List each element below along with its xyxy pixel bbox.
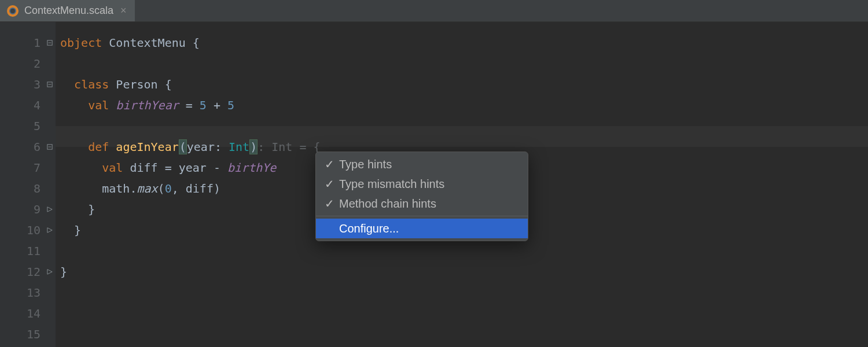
menu-separator [316, 216, 528, 216]
fold-minus-icon[interactable] [46, 143, 53, 150]
context-menu: ✓ Type hints ✓ Type mismatch hints ✓ Met… [315, 152, 528, 241]
fold-minus-icon[interactable] [46, 39, 53, 46]
fold-minus-icon[interactable] [46, 81, 53, 88]
line-number: 3 [0, 74, 56, 95]
code-line [60, 53, 868, 74]
file-tab[interactable]: ContextMenu.scala × [0, 0, 135, 21]
menu-label: Method chain hints [339, 197, 436, 211]
line-number: 2 [0, 53, 56, 74]
line-number: 12 [0, 261, 56, 282]
code-line: } [60, 261, 868, 282]
menu-item-type-hints[interactable]: ✓ Type hints [316, 154, 528, 174]
menu-label: Type mismatch hints [339, 178, 444, 191]
scala-file-icon [7, 5, 19, 17]
menu-item-type-mismatch-hints[interactable]: ✓ Type mismatch hints [316, 174, 528, 194]
fold-end-icon[interactable] [46, 268, 53, 275]
fold-end-icon[interactable] [46, 206, 53, 213]
line-number: 5 [0, 116, 56, 136]
line-number: 6 [0, 136, 56, 157]
menu-item-method-chain-hints[interactable]: ✓ Method chain hints [316, 194, 528, 213]
code-line [60, 241, 868, 261]
code-line: object ContextMenu { [60, 32, 868, 53]
line-number: 14 [0, 303, 56, 324]
line-number: 8 [0, 178, 56, 199]
check-icon: ✓ [324, 157, 334, 171]
code-line [60, 116, 868, 136]
line-number: 1 [0, 32, 56, 53]
line-number: 11 [0, 241, 56, 261]
gutter: 1 2 3 4 5 6 7 8 9 10 11 12 13 14 15 [0, 22, 56, 347]
tab-bar: ContextMenu.scala × [0, 0, 868, 22]
line-number: 7 [0, 157, 56, 178]
code-line: val birthYear = 5 + 5 [60, 95, 868, 116]
check-icon: ✓ [324, 177, 334, 191]
line-number: 10 [0, 220, 56, 241]
line-number: 9 [0, 199, 56, 220]
code-line [60, 282, 868, 303]
line-number: 13 [0, 282, 56, 303]
close-icon[interactable]: × [119, 3, 128, 18]
code-line [60, 303, 868, 324]
menu-label: Type hints [339, 158, 392, 171]
line-number: 4 [0, 95, 56, 116]
code-line [60, 324, 868, 345]
tab-filename: ContextMenu.scala [24, 5, 113, 17]
menu-label: Configure... [324, 222, 399, 235]
line-number: 15 [0, 324, 56, 345]
fold-end-icon[interactable] [46, 227, 53, 234]
check-icon: ✓ [324, 197, 334, 211]
menu-item-configure[interactable]: Configure... [316, 219, 528, 238]
code-line: class Person { [60, 74, 868, 95]
